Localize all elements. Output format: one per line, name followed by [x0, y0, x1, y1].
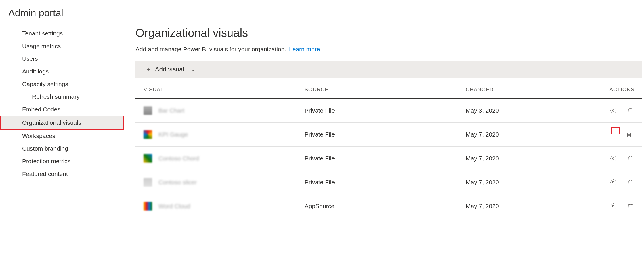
settings-button[interactable]: [611, 127, 620, 134]
col-visual[interactable]: VISUAL: [144, 87, 305, 93]
trash-icon: [627, 203, 634, 210]
cell-changed: May 3, 2020: [466, 107, 609, 114]
delete-button[interactable]: [625, 131, 633, 138]
svg-point-0: [612, 110, 614, 111]
gear-icon: [610, 155, 617, 162]
toolbar: ＋ Add visual ⌄: [135, 61, 642, 78]
settings-button[interactable]: [609, 107, 617, 114]
trash-icon: [627, 179, 634, 186]
cell-visual: Contoso Chord: [144, 154, 305, 163]
cell-source: Private File: [305, 131, 466, 138]
cell-actions: [609, 131, 634, 138]
add-visual-button[interactable]: ＋ Add visual ⌄: [145, 66, 195, 73]
admin-portal-root: Admin portal Tenant settingsUsage metric…: [0, 0, 644, 271]
subtitle-text: Add and manage Power BI visuals for your…: [135, 46, 286, 52]
sidebar-item-featured-content[interactable]: Featured content: [0, 168, 124, 180]
cell-source: Private File: [305, 107, 466, 114]
table-row: Word CloudAppSourceMay 7, 2020: [135, 194, 642, 218]
visual-thumbnail-icon: [144, 130, 152, 139]
sidebar-item-audit-logs[interactable]: Audit logs: [0, 65, 124, 78]
gear-icon: [610, 107, 617, 114]
col-changed[interactable]: CHANGED: [466, 87, 609, 93]
visuals-table: VISUAL SOURCE CHANGED ACTIONS Bar ChartP…: [135, 87, 642, 218]
table-row: Contoso ChordPrivate FileMay 7, 2020: [135, 147, 642, 170]
visual-name: KPI Gauge: [158, 131, 188, 138]
plus-icon: ＋: [145, 66, 152, 73]
sidebar-item-refresh-summary[interactable]: Refresh summary: [0, 90, 124, 103]
visual-thumbnail-icon: [144, 202, 152, 211]
trash-icon: [627, 107, 634, 114]
visual-thumbnail-icon: [144, 106, 152, 115]
cell-changed: May 7, 2020: [466, 131, 609, 138]
main-content: Organizational visuals Add and manage Po…: [124, 24, 644, 271]
gear-icon: [610, 179, 617, 186]
sidebar-item-tenant-settings[interactable]: Tenant settings: [0, 27, 124, 40]
cell-visual: Contoso slicer: [144, 178, 305, 187]
sidebar-item-workspaces[interactable]: Workspaces: [0, 130, 124, 142]
delete-button[interactable]: [627, 202, 634, 210]
trash-icon: [626, 131, 632, 138]
cell-actions: [609, 179, 635, 186]
cell-actions: [609, 202, 635, 210]
svg-point-4: [612, 205, 614, 207]
cell-source: Private File: [305, 179, 466, 186]
settings-button[interactable]: [609, 202, 617, 210]
sidebar-item-protection-metrics[interactable]: Protection metrics: [0, 155, 124, 168]
settings-button[interactable]: [609, 155, 617, 162]
sidebar-item-custom-branding[interactable]: Custom branding: [0, 142, 124, 155]
sidebar-item-capacity-settings[interactable]: Capacity settings: [0, 78, 124, 90]
delete-button[interactable]: [627, 155, 634, 162]
visual-name: Contoso slicer: [158, 179, 197, 186]
sidebar-item-organizational-visuals[interactable]: Organizational visuals: [0, 116, 124, 130]
sidebar-item-embed-codes[interactable]: Embed Codes: [0, 103, 124, 116]
cell-source: AppSource: [305, 203, 466, 210]
visual-name: Bar Chart: [158, 107, 184, 114]
sidebar: Tenant settingsUsage metricsUsersAudit l…: [0, 24, 124, 271]
main-title: Organizational visuals: [135, 26, 644, 39]
delete-button[interactable]: [627, 179, 634, 186]
sidebar-item-users[interactable]: Users: [0, 52, 124, 65]
col-actions: ACTIONS: [609, 87, 636, 93]
table-row: KPI GaugePrivate FileMay 7, 2020: [135, 123, 642, 147]
table-row: Bar ChartPrivate FileMay 3, 2020: [135, 99, 642, 123]
main-subtitle: Add and manage Power BI visuals for your…: [135, 46, 644, 53]
visual-name: Word Cloud: [158, 203, 190, 210]
page-title: Admin portal: [0, 0, 644, 18]
table-body: Bar ChartPrivate FileMay 3, 2020KPI Gaug…: [135, 99, 642, 218]
layout: Tenant settingsUsage metricsUsersAudit l…: [0, 24, 644, 271]
settings-button[interactable]: [609, 179, 617, 186]
learn-more-link[interactable]: Learn more: [289, 46, 320, 52]
visual-thumbnail-icon: [144, 154, 152, 163]
gear-icon: [610, 203, 617, 210]
table-row: Contoso slicerPrivate FileMay 7, 2020: [135, 170, 642, 194]
visual-thumbnail-icon: [144, 178, 152, 187]
cell-visual: Bar Chart: [144, 106, 305, 115]
cell-source: Private File: [305, 155, 466, 162]
svg-point-2: [612, 158, 614, 159]
cell-changed: May 7, 2020: [466, 203, 609, 210]
cell-actions: [609, 107, 635, 114]
delete-button[interactable]: [627, 107, 634, 114]
table-header: VISUAL SOURCE CHANGED ACTIONS: [135, 87, 642, 99]
trash-icon: [627, 155, 634, 162]
cell-changed: May 7, 2020: [466, 179, 609, 186]
cell-visual: KPI Gauge: [144, 130, 305, 139]
visual-name: Contoso Chord: [158, 155, 199, 162]
chevron-down-icon: ⌄: [191, 66, 195, 73]
cell-actions: [609, 155, 635, 162]
add-visual-label: Add visual: [155, 66, 184, 73]
cell-changed: May 7, 2020: [466, 155, 609, 162]
col-source[interactable]: SOURCE: [305, 87, 466, 93]
sidebar-item-usage-metrics[interactable]: Usage metrics: [0, 40, 124, 52]
svg-point-3: [612, 181, 614, 183]
cell-visual: Word Cloud: [144, 202, 305, 211]
